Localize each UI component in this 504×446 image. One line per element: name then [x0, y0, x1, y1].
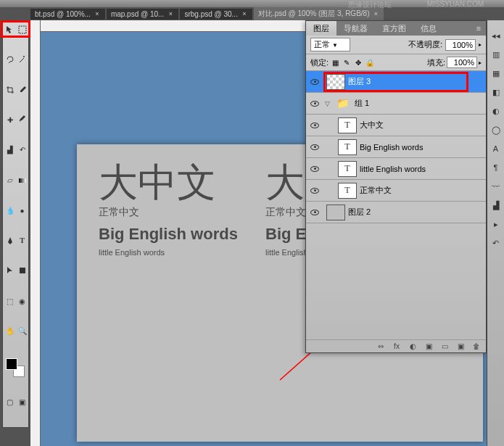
layer-name[interactable]: 组 1	[355, 98, 369, 109]
clone-icon[interactable]: ▟	[489, 199, 503, 212]
layer-row[interactable]: T little English words	[306, 158, 486, 180]
layer-row[interactable]: T Big English words	[306, 136, 486, 158]
layer-thumbnail[interactable]	[326, 74, 345, 90]
shape-tool[interactable]	[16, 265, 28, 277]
layer-row[interactable]: T 正常中文	[306, 180, 486, 202]
layer-row[interactable]: 图层 3	[306, 71, 486, 93]
doc-tab[interactable]: bt.psd @ 100%...×	[30, 9, 105, 20]
layer-row[interactable]: T 大中文	[306, 115, 486, 136]
visibility-toggle[interactable]	[306, 101, 323, 107]
layer-name[interactable]: 正常中文	[360, 185, 392, 196]
brush-tool[interactable]	[16, 114, 28, 126]
eraser-tool[interactable]: ▱	[4, 174, 16, 186]
eyedropper-tool[interactable]	[16, 83, 28, 96]
history-brush-tool[interactable]: ↶	[16, 144, 28, 156]
lock-image-icon[interactable]: ✎	[342, 57, 352, 67]
stamp-tool[interactable]: ▟	[4, 144, 16, 156]
eye-icon	[310, 79, 319, 85]
layer-group-row[interactable]: ▽ 📁 组 1	[306, 93, 486, 115]
text-layer-thumbnail[interactable]: T	[338, 183, 357, 199]
doc-tab[interactable]: srbg.psd @ 30...×	[180, 9, 252, 20]
layer-name[interactable]: 大中文	[360, 120, 384, 131]
text-layer-thumbnail[interactable]: T	[338, 161, 357, 177]
folder-icon: 📁	[333, 96, 352, 112]
lock-transparency-icon[interactable]: ▦	[330, 57, 340, 67]
zoom-tool[interactable]: 🔍	[16, 325, 28, 337]
trash-icon[interactable]: 🗑	[471, 342, 482, 350]
history-icon[interactable]: ↶	[489, 236, 503, 249]
text-big-cn[interactable]: 大中文	[99, 162, 238, 202]
brush-icon[interactable]: 〰	[489, 180, 503, 193]
close-icon[interactable]: ×	[94, 10, 101, 17]
adjustments-icon[interactable]: ◐	[489, 104, 503, 117]
layer-name[interactable]: 图层 2	[348, 207, 371, 218]
close-icon[interactable]: ×	[372, 10, 379, 17]
panel-tab-histogram[interactable]: 直方图	[375, 21, 413, 36]
blend-mode-select[interactable]: 正常 ▼	[310, 38, 350, 51]
visibility-toggle[interactable]	[306, 144, 323, 150]
blur-tool[interactable]: 💧	[4, 205, 16, 217]
path-select-tool[interactable]	[4, 265, 16, 277]
heal-tool[interactable]: ✚	[4, 114, 16, 126]
text-big-en[interactable]: Big English words	[99, 225, 238, 244]
chevron-down-icon[interactable]: ▸	[479, 59, 482, 66]
chevron-down-icon[interactable]: ▸	[479, 41, 482, 48]
layer-name[interactable]: Big English words	[360, 143, 423, 152]
swatches-icon[interactable]: ▦	[489, 67, 503, 80]
marquee-tool[interactable]	[16, 23, 28, 36]
paragraph-icon[interactable]: ¶	[489, 161, 503, 174]
wand-tool[interactable]	[16, 54, 28, 66]
foreground-color[interactable]	[6, 358, 17, 370]
3d-camera-tool[interactable]: ◉	[16, 295, 28, 307]
text-normal-cn[interactable]: 正常中文	[99, 206, 238, 219]
masks-icon[interactable]: ◯	[489, 123, 503, 136]
doc-tab[interactable]: map.psd @ 10...×	[107, 9, 179, 20]
close-icon[interactable]: ×	[241, 10, 248, 17]
visibility-toggle[interactable]	[306, 123, 323, 128]
actions-icon[interactable]: ▸	[489, 218, 503, 231]
fill-input[interactable]: 100%	[447, 57, 477, 68]
layer-name[interactable]: 图层 3	[348, 76, 371, 87]
text-layer-thumbnail[interactable]: T	[338, 117, 357, 133]
new-layer-icon[interactable]: ▣	[455, 342, 466, 350]
gradient-tool[interactable]	[16, 174, 28, 186]
text-little-en[interactable]: little English words	[99, 248, 238, 257]
layer-name[interactable]: little English words	[360, 165, 426, 173]
quickmask-tool[interactable]: ▢	[4, 396, 16, 408]
text-layer-thumbnail[interactable]: T	[338, 139, 357, 155]
close-icon[interactable]: ×	[167, 10, 174, 17]
styles-icon[interactable]: ◧	[489, 86, 503, 99]
adjustment-layer-icon[interactable]: ▣	[424, 342, 434, 350]
lock-position-icon[interactable]: ✥	[353, 57, 363, 67]
layer-thumbnail[interactable]	[326, 205, 345, 220]
color-icon[interactable]: ▥	[489, 48, 503, 61]
fill-label: 填充:	[427, 57, 445, 68]
layer-mask-icon[interactable]: ◐	[408, 342, 418, 350]
crop-tool[interactable]	[4, 83, 16, 96]
visibility-toggle[interactable]	[306, 166, 323, 172]
fx-icon[interactable]: fx	[392, 342, 402, 350]
visibility-toggle[interactable]	[306, 210, 323, 215]
visibility-toggle[interactable]	[306, 79, 323, 85]
group-expand-icon[interactable]: ▽	[325, 100, 330, 107]
dodge-tool[interactable]: ●	[16, 205, 28, 217]
expand-icon[interactable]: ◂◂	[489, 29, 503, 42]
screenmode-tool[interactable]: ▣	[16, 396, 28, 408]
3d-tool[interactable]: ⬚	[4, 295, 16, 307]
link-layers-icon[interactable]: ⇔	[376, 342, 386, 350]
character-icon[interactable]: A	[489, 142, 503, 155]
lock-all-icon[interactable]: 🔒	[365, 57, 375, 67]
layer-row[interactable]: 图层 2	[306, 202, 486, 223]
opacity-input[interactable]: 100%	[445, 39, 476, 51]
new-group-icon[interactable]: ▭	[439, 342, 450, 350]
lasso-tool[interactable]	[4, 54, 16, 66]
move-tool[interactable]	[4, 23, 16, 36]
hand-tool[interactable]: ✋	[4, 325, 16, 337]
panel-tab-info[interactable]: 信息	[413, 21, 444, 36]
panel-tab-layers[interactable]: 图层	[306, 21, 336, 36]
type-tool[interactable]: T	[16, 234, 28, 247]
visibility-toggle[interactable]	[306, 188, 323, 194]
panel-tab-navigator[interactable]: 导航器	[336, 21, 375, 36]
panel-menu-icon[interactable]: ≡	[471, 21, 486, 36]
pen-tool[interactable]	[4, 234, 16, 247]
